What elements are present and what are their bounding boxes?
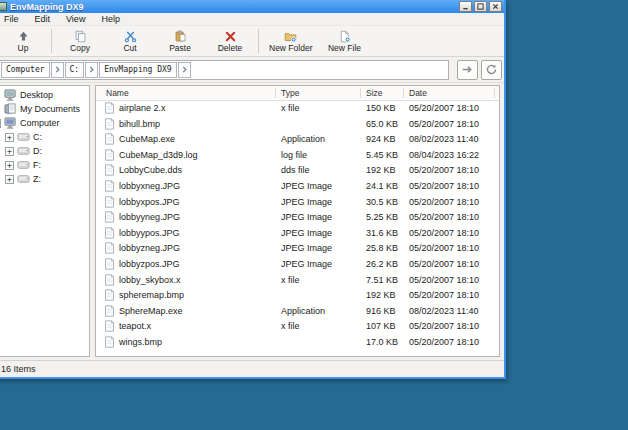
column-header-name[interactable]: Name — [106, 88, 129, 98]
file-row-cubemap-d3d9-log[interactable]: CubeMap_d3d9.loglog file5.45 KB08/04/202… — [96, 148, 499, 164]
drive-icon — [17, 145, 30, 157]
cut-button[interactable]: Cut — [108, 27, 152, 55]
file-name-cell: bihull.bmp — [104, 118, 160, 130]
file-size-cell: 26.2 KB — [366, 259, 398, 269]
paste-button[interactable]: Paste — [158, 27, 202, 55]
copy-button[interactable]: Copy — [58, 27, 102, 55]
file-date-cell: 05/20/2007 18:10 — [409, 228, 479, 238]
file-date-cell: 05/20/2007 18:10 — [409, 212, 479, 222]
file-size-cell: 30.5 KB — [366, 197, 398, 207]
file-row-lobby-skybox-x[interactable]: lobby_skybox.xx file7.51 KB05/20/2007 18… — [96, 273, 499, 289]
close-button[interactable] — [489, 1, 502, 12]
toolbar-button-label: Delete — [218, 44, 243, 53]
up-button[interactable]: Up — [1, 27, 45, 55]
file-row-lobbyypos-jpg[interactable]: lobbyypos.JPGJPEG Image31.6 KB05/20/2007… — [96, 226, 499, 242]
file-type-cell: x file — [281, 321, 300, 331]
file-row-lobbyxneg-jpg[interactable]: lobbyxneg.JPGJPEG Image24.1 KB05/20/2007… — [96, 179, 499, 195]
column-divider[interactable] — [403, 88, 404, 98]
tree-expander[interactable]: + — [5, 161, 14, 170]
breadcrumb-segment-c[interactable]: C: — [65, 62, 85, 78]
address-bar: ComputerC:EnvMapping DX9 — [0, 57, 504, 83]
file-name-cell: airplane 2.x — [104, 102, 166, 114]
drive-icon — [17, 131, 30, 143]
file-name: lobbyzneg.JPG — [119, 243, 180, 253]
column-divider[interactable] — [275, 88, 276, 98]
file-icon — [104, 164, 115, 176]
delete-button[interactable]: Delete — [208, 27, 252, 55]
file-row-cubemap-exe[interactable]: CubeMap.exeApplication924 KB08/02/2023 1… — [96, 132, 499, 148]
toolbar-button-label: New Folder — [269, 44, 312, 53]
tree-item-z[interactable]: +Z: — [0, 172, 89, 186]
desktop-icon — [4, 89, 17, 101]
tree-item-label: Desktop — [20, 90, 53, 100]
breadcrumb-segment-envmapping-dx9[interactable]: EnvMapping DX9 — [99, 62, 176, 78]
file-date-cell: 05/20/2007 18:10 — [409, 181, 479, 191]
file-name-cell: lobbyxneg.JPG — [104, 180, 180, 192]
file-date-cell: 05/20/2007 18:10 — [409, 321, 479, 331]
file-row-lobbyxpos-jpg[interactable]: lobbyxpos.JPGJPEG Image30.5 KB05/20/2007… — [96, 195, 499, 211]
file-name-cell: lobbyypos.JPG — [104, 227, 180, 239]
file-name: LobbyCube.dds — [119, 165, 182, 175]
new-file-button[interactable]: New File — [322, 27, 366, 55]
file-row-bihull-bmp[interactable]: bihull.bmp65.0 KB05/20/2007 18:10 — [96, 117, 499, 133]
file-size-cell: 192 KB — [366, 290, 396, 300]
toolbar-button-label: New File — [328, 44, 361, 53]
tree-expander[interactable]: + — [5, 175, 14, 184]
menu-view[interactable]: View — [58, 13, 93, 26]
breadcrumb-segment-computer[interactable]: Computer — [1, 62, 50, 78]
file-icon — [104, 289, 115, 301]
maximize-button[interactable] — [474, 1, 487, 12]
file-name: lobbyxpos.JPG — [119, 197, 180, 207]
tree-item-d[interactable]: +D: — [0, 144, 89, 158]
file-row-spheremap-bmp[interactable]: spheremap.bmp192 KB05/20/2007 18:10 — [96, 288, 499, 304]
tree-expander[interactable]: - — [0, 119, 1, 128]
refresh-button[interactable] — [481, 60, 502, 80]
column-header-date[interactable]: Date — [409, 88, 427, 98]
chevron-right-icon[interactable] — [51, 62, 64, 78]
toolbar-button-label: Copy — [70, 44, 90, 53]
tree-expander[interactable]: + — [5, 147, 14, 156]
file-row-wings-bmp[interactable]: wings.bmp17.0 KB05/20/2007 18:10 — [96, 335, 499, 351]
file-row-lobbycube-dds[interactable]: LobbyCube.ddsdds file192 KB05/20/2007 18… — [96, 163, 499, 179]
computer-icon — [4, 117, 17, 129]
minimize-button[interactable] — [459, 1, 472, 12]
go-button[interactable] — [457, 60, 478, 80]
tree-item-f[interactable]: +F: — [0, 158, 89, 172]
file-name-cell: lobbyyneg.JPG — [104, 211, 180, 223]
file-row-lobbyyneg-jpg[interactable]: lobbyyneg.JPGJPEG Image5.25 KB05/20/2007… — [96, 210, 499, 226]
file-row-lobbyzneg-jpg[interactable]: lobbyzneg.JPGJPEG Image25.8 KB05/20/2007… — [96, 241, 499, 257]
file-row-lobbyzpos-jpg[interactable]: lobbyzpos.JPGJPEG Image26.2 KB05/20/2007… — [96, 257, 499, 273]
file-name-cell: teapot.x — [104, 320, 151, 332]
menu-help[interactable]: Help — [93, 13, 128, 26]
menu-file[interactable]: File — [0, 13, 27, 26]
title-bar[interactable]: EnvMapping DX9 — [0, 0, 504, 13]
chevron-right-icon[interactable] — [85, 62, 98, 78]
copy-icon — [74, 30, 87, 43]
menu-edit[interactable]: Edit — [27, 13, 59, 26]
tree-expander[interactable]: + — [5, 133, 14, 142]
file-date-cell: 05/20/2007 18:10 — [409, 290, 479, 300]
tree-item-label: C: — [33, 132, 42, 142]
breadcrumb[interactable]: ComputerC:EnvMapping DX9 — [0, 60, 449, 80]
tree-item-desktop[interactable]: Desktop — [0, 88, 89, 102]
file-type-cell: x file — [281, 275, 300, 285]
chevron-right-icon[interactable] — [178, 62, 191, 78]
file-icon — [104, 211, 115, 223]
file-row-teapot-x[interactable]: teapot.xx file107 KB05/20/2007 18:10 — [96, 319, 499, 335]
column-divider[interactable] — [360, 88, 361, 98]
new-folder-icon — [284, 30, 297, 43]
toolbar-button-label: Up — [18, 44, 29, 53]
column-header-type[interactable]: Type — [281, 88, 299, 98]
file-icon — [104, 242, 115, 254]
tree-item-my-documents[interactable]: My Documents — [0, 102, 89, 116]
column-divider[interactable] — [494, 88, 495, 98]
tree-item-computer[interactable]: -Computer — [0, 116, 89, 130]
file-icon — [104, 258, 115, 270]
tree-item-c[interactable]: +C: — [0, 130, 89, 144]
file-row-spheremap-exe[interactable]: SphereMap.exeApplication916 KB08/02/2023… — [96, 304, 499, 320]
file-size-cell: 924 KB — [366, 134, 396, 144]
new-folder-button[interactable]: New Folder — [265, 27, 316, 55]
column-header-size[interactable]: Size — [366, 88, 383, 98]
file-row-airplane-2-x[interactable]: airplane 2.xx file150 KB05/20/2007 18:10 — [96, 101, 499, 117]
file-date-cell: 05/20/2007 18:10 — [409, 103, 479, 113]
